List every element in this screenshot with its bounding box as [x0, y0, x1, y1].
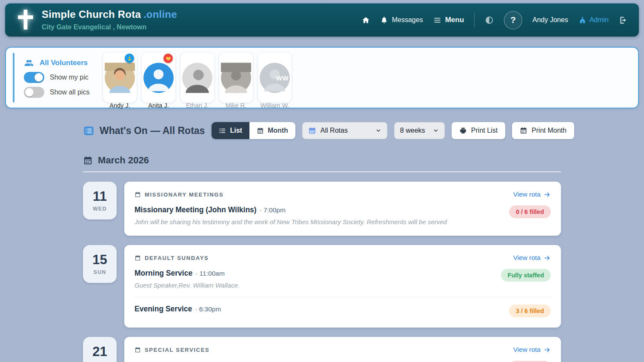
event-row: 15 SUN DEFAULT SUNDAYS View rota Morning…: [83, 245, 561, 328]
home-icon: [362, 16, 370, 24]
volunteer-name: Andy J.: [105, 102, 135, 109]
event-category: MISSIONARY MEETINGS: [135, 191, 223, 198]
menu-label: Menu: [445, 16, 464, 24]
event-title: Evening Service: [135, 305, 192, 313]
print-month-button[interactable]: Print Month: [512, 122, 574, 139]
calendar-icon: [135, 191, 141, 198]
date-weekday: SUN: [94, 269, 106, 275]
event-description: John will be sharing his testimony and t…: [135, 218, 447, 225]
header-nav: Messages Menu ? Andy Jones Admin: [362, 11, 628, 29]
month-button-label: Month: [268, 127, 288, 134]
event-time: · 6:30pm: [195, 305, 221, 313]
menu-button[interactable]: Menu: [433, 16, 464, 24]
logout-button[interactable]: [619, 16, 628, 25]
calendar-icon: [83, 156, 93, 165]
view-month-button[interactable]: Month: [249, 122, 295, 139]
home-button[interactable]: [362, 16, 370, 24]
help-button[interactable]: ?: [504, 11, 522, 29]
date-day: 15: [92, 253, 107, 266]
view-rota-link[interactable]: View rota: [513, 254, 551, 262]
volunteer-card-william[interactable]: WW William W.: [258, 53, 292, 103]
rota-filter-value: All Rotas: [321, 127, 348, 134]
view-rota-link[interactable]: View rota: [513, 191, 551, 198]
view-rota-link[interactable]: View rota: [513, 346, 551, 353]
volunteer-card-andy[interactable]: Andy J.: [103, 53, 137, 103]
month-section-title: March 2026: [98, 155, 149, 166]
page-title-label: What's On — All Rotas: [100, 125, 205, 137]
volunteer-card-mike[interactable]: Mike R.: [219, 53, 253, 103]
calendar-icon: [135, 255, 141, 261]
volunteer-card-ethan[interactable]: Ethan J.: [180, 53, 214, 103]
panel-accent-bar: [13, 53, 14, 103]
cross-logo-icon: [17, 9, 34, 31]
messages-button[interactable]: Messages: [380, 16, 423, 24]
contrast-toggle-button[interactable]: [485, 16, 494, 25]
event-time: · 11:00am: [195, 270, 225, 277]
status-badge: 0 / 6 filled: [509, 205, 551, 218]
event-time: · 7:00pm: [260, 206, 286, 214]
volunteers-title-label: All Volunteers: [40, 59, 88, 67]
show-all-pics-label: Show all pics: [50, 88, 89, 96]
date-day: 11: [93, 190, 107, 203]
calendar-mini-icon: [308, 127, 316, 135]
calendar-icon: [520, 127, 527, 134]
printer-icon: [459, 127, 467, 134]
date-tile: 11 WED: [83, 182, 117, 219]
event-card-head: DEFAULT SUNDAYS View rota: [135, 254, 551, 262]
event-category: SPECIAL SERVICES: [135, 347, 209, 353]
volunteers-title: All Volunteers: [24, 58, 96, 68]
status-badge: 3 / 6 filled: [509, 305, 551, 317]
event-item: Morning Service· 11:00am Guest Speaker,R…: [135, 269, 551, 289]
volunteer-name: Ethan J.: [182, 102, 212, 109]
person-badge: [125, 54, 134, 63]
view-list-button[interactable]: List: [212, 122, 249, 139]
rota-filter-select[interactable]: All Rotas: [302, 122, 387, 139]
print-list-button[interactable]: Print List: [452, 122, 505, 139]
admin-link[interactable]: Admin: [578, 16, 609, 24]
avatar: [143, 57, 174, 98]
item-divider: [135, 297, 551, 297]
print-month-label: Print Month: [532, 127, 567, 134]
calendar-icon: [257, 127, 264, 134]
volunteer-card-anita[interactable]: Anita J.: [142, 53, 175, 103]
messages-label: Messages: [392, 16, 423, 24]
event-card-head: SPECIAL SERVICES View rota: [135, 346, 551, 353]
date-weekday: WED: [93, 206, 107, 212]
date-tile: 21 SAT: [83, 337, 117, 362]
month-divider: [83, 171, 561, 172]
show-all-pics-toggle[interactable]: [24, 87, 44, 98]
event-card: DEFAULT SUNDAYS View rota Morning Servic…: [124, 245, 561, 328]
event-card: MISSIONARY MEETINGS View rota Missionary…: [124, 182, 561, 236]
hamburger-icon: [433, 16, 441, 24]
print-list-label: Print List: [471, 127, 498, 134]
range-filter-value: 8 weeks: [400, 127, 425, 134]
event-category-label: DEFAULT SUNDAYS: [145, 255, 209, 261]
show-my-pic-row: Show my pic: [24, 72, 96, 83]
event-row: 21 SAT SPECIAL SERVICES View rota Missio…: [83, 337, 561, 362]
event-description: Guest Speaker,Rev. William Wallace.: [135, 282, 240, 289]
show-my-pic-toggle[interactable]: [24, 72, 44, 83]
view-rota-label: View rota: [513, 346, 541, 353]
volunteer-name: Anita J.: [143, 102, 174, 109]
event-category-label: SPECIAL SERVICES: [145, 347, 209, 353]
event-item-main: Missionary Meeting (John Wilkins)· 7:00p…: [135, 205, 447, 225]
event-title: Morning Service: [135, 269, 192, 277]
list-box-icon: [83, 125, 94, 137]
chevron-down-icon: [375, 128, 381, 134]
range-filter-select[interactable]: 8 weeks: [394, 122, 445, 139]
volunteer-name: Mike R.: [221, 102, 251, 109]
user-name: Andy Jones: [532, 16, 568, 24]
toggle-knob: [34, 73, 43, 82]
avatar: [221, 57, 251, 98]
event-item: Missionary Meeting (John Wilkins)· 7:00p…: [135, 205, 551, 225]
avatar: [105, 57, 135, 98]
church-icon: [578, 16, 587, 24]
list-icon: [219, 127, 226, 134]
chevron-down-icon: [433, 128, 439, 134]
show-all-pics-row: Show all pics: [24, 87, 96, 98]
event-title: Missionary Meeting (John Wilkins): [135, 205, 257, 214]
app-header: Simple Church Rota.online City Gate Evan…: [5, 3, 639, 37]
status-badge: Fully staffed: [501, 269, 551, 282]
arrow-right-icon: [544, 191, 551, 198]
arrow-right-icon: [544, 346, 551, 353]
